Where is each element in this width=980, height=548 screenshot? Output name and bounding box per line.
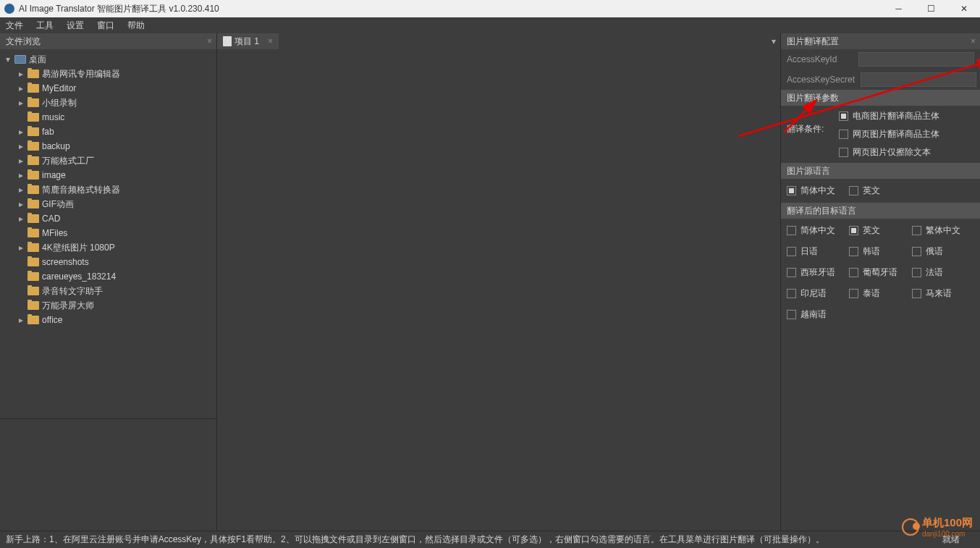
target-lang-option[interactable]: 俄语	[912, 245, 974, 258]
target-lang-option[interactable]: 葡萄牙语	[849, 266, 911, 279]
target-lang-label: 法语	[926, 266, 943, 279]
checkbox-icon[interactable]	[839, 111, 848, 121]
tree-item[interactable]: careueyes_183214	[0, 269, 216, 284]
maximize-button[interactable]: ☐	[915, 0, 947, 17]
menu-file[interactable]: 文件	[6, 20, 23, 32]
menu-window[interactable]: 窗口	[97, 20, 114, 32]
tab-dropdown-icon[interactable]: ▾	[772, 36, 776, 46]
tree-item[interactable]: MFiles	[0, 226, 216, 240]
condition-option[interactable]: 网页图片翻译商品主体	[839, 128, 939, 140]
target-lang-option[interactable]: 印尼语	[787, 287, 849, 300]
tab-project-1[interactable]: 项目 1 ×	[217, 33, 279, 49]
checkbox-icon[interactable]	[849, 268, 858, 277]
expand-icon[interactable]: ▸	[17, 83, 25, 93]
expand-icon[interactable]: ▸	[17, 315, 25, 325]
tree-item[interactable]: ▾桌面	[0, 52, 216, 67]
tree-item[interactable]: ▸MyEditor	[0, 81, 216, 96]
checkbox-icon[interactable]	[787, 310, 796, 319]
file-tree[interactable]: ▾桌面▸易游网讯专用编辑器▸MyEditor▸小组录制music▸fab▸bac…	[0, 49, 216, 418]
checkbox-icon[interactable]	[912, 268, 921, 277]
file-browser-title: 文件浏览	[6, 35, 41, 48]
target-lang-option[interactable]: 英文	[849, 224, 911, 237]
access-key-secret-input[interactable]	[861, 72, 976, 87]
expand-icon[interactable]: ▸	[17, 156, 25, 166]
tree-item[interactable]: ▸office	[0, 313, 216, 327]
target-lang-option[interactable]: 越南语	[787, 308, 849, 321]
tree-item[interactable]: ▸fab	[0, 125, 216, 139]
menu-tools[interactable]: 工具	[36, 20, 54, 32]
tree-item[interactable]: screenshots	[0, 255, 216, 269]
checkbox-icon[interactable]	[787, 226, 796, 235]
tree-item[interactable]: ▸小组录制	[0, 96, 216, 110]
target-lang-option[interactable]: 日语	[787, 245, 849, 258]
folder-icon	[28, 200, 39, 208]
checkbox-icon[interactable]	[839, 148, 848, 157]
checkbox-icon[interactable]	[849, 289, 858, 298]
expand-icon[interactable]: ▸	[17, 141, 25, 151]
tab-close-icon[interactable]: ×	[268, 36, 273, 46]
file-browser-close-icon[interactable]: ×	[207, 36, 212, 46]
tree-item[interactable]: 万能录屏大师	[0, 298, 216, 313]
checkbox-icon[interactable]	[849, 226, 858, 235]
editor-panel: 项目 1 × ▾	[217, 33, 780, 531]
watermark-sub: danji100.com	[922, 530, 973, 538]
condition-option[interactable]: 网页图片仅擦除文本	[839, 146, 939, 159]
folder-icon	[28, 185, 39, 194]
folder-icon	[28, 156, 39, 165]
tree-item[interactable]: music	[0, 110, 216, 125]
expand-icon[interactable]: ▸	[17, 98, 25, 108]
target-lang-option[interactable]: 简体中文	[787, 224, 849, 237]
target-lang-option[interactable]: 繁体中文	[912, 224, 974, 237]
menu-settings[interactable]: 设置	[67, 20, 84, 32]
checkbox-icon[interactable]	[787, 247, 796, 256]
checkbox-icon[interactable]	[912, 226, 921, 235]
checkbox-icon[interactable]	[839, 130, 848, 139]
tree-item[interactable]: ▸CAD	[0, 211, 216, 226]
tree-item[interactable]: ▸简鹿音频格式转换器	[0, 182, 216, 197]
watermark: 单机100网 danji100.com	[902, 516, 973, 538]
tree-item[interactable]: ▸4K壁纸图片 1080P	[0, 240, 216, 255]
target-lang-option[interactable]: 马来语	[912, 287, 974, 300]
checkbox-icon[interactable]	[849, 186, 858, 195]
source-lang-option[interactable]: 英文	[849, 185, 911, 197]
menu-help[interactable]: 帮助	[127, 20, 145, 32]
checkbox-icon[interactable]	[849, 247, 858, 256]
tree-item-label: backup	[42, 141, 70, 151]
source-lang-option[interactable]: 简体中文	[787, 185, 849, 197]
expand-icon[interactable]: ▸	[17, 69, 25, 79]
target-lang-option[interactable]: 西班牙语	[787, 266, 849, 279]
access-key-id-input[interactable]	[858, 52, 974, 67]
folder-icon	[28, 301, 39, 310]
app-icon	[4, 4, 14, 14]
target-lang-option[interactable]: 泰语	[849, 287, 911, 300]
file-browser-panel: 文件浏览 × ▾桌面▸易游网讯专用编辑器▸MyEditor▸小组录制music▸…	[0, 33, 217, 531]
target-lang-option[interactable]: 法语	[912, 266, 974, 279]
tree-item-label: 桌面	[29, 54, 46, 66]
close-button[interactable]: ✕	[947, 0, 980, 17]
collapse-icon[interactable]: ▾	[4, 54, 12, 64]
expand-icon[interactable]: ▸	[17, 214, 25, 224]
config-close-icon[interactable]: ×	[971, 36, 976, 46]
checkbox-icon[interactable]	[912, 247, 921, 256]
checkbox-icon[interactable]	[787, 268, 796, 277]
tree-item[interactable]: ▸易游网讯专用编辑器	[0, 67, 216, 81]
minimize-button[interactable]: ─	[882, 0, 915, 17]
expand-icon[interactable]: ▸	[17, 243, 25, 253]
condition-option[interactable]: 电商图片翻译商品主体	[839, 110, 939, 122]
expand-icon[interactable]: ▸	[17, 127, 25, 137]
tree-item[interactable]: 录音转文字助手	[0, 284, 216, 298]
checkbox-icon[interactable]	[912, 289, 921, 298]
checkbox-icon[interactable]	[787, 289, 796, 298]
target-lang-label: 俄语	[926, 245, 943, 258]
tree-item[interactable]: ▸backup	[0, 139, 216, 153]
tree-item[interactable]: ▸GIF动画	[0, 197, 216, 211]
tree-item[interactable]: ▸image	[0, 168, 216, 182]
expand-icon[interactable]: ▸	[17, 170, 25, 180]
expand-icon[interactable]: ▸	[17, 185, 25, 195]
expand-icon[interactable]: ▸	[17, 199, 25, 209]
target-lang-label: 葡萄牙语	[863, 266, 897, 279]
tree-item[interactable]: ▸万能格式工厂	[0, 153, 216, 168]
checkbox-icon[interactable]	[787, 186, 796, 195]
target-lang-option[interactable]: 韩语	[849, 245, 911, 258]
source-lang-label: 简体中文	[801, 185, 835, 197]
